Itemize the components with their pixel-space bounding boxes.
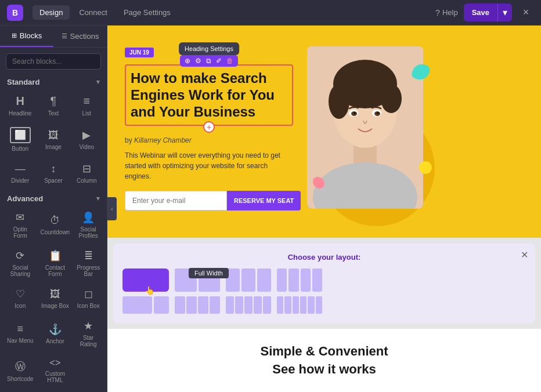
- standard-chevron-icon: ▾: [96, 78, 100, 86]
- topbar-nav-item[interactable]: Page Settings: [117, 5, 178, 20]
- social-sharing-icon: ⟳: [16, 249, 24, 262]
- search-input[interactable]: [6, 53, 101, 70]
- block-social-profiles[interactable]: 👤 Social Profiles: [74, 206, 102, 242]
- layout-six-col[interactable]: [277, 296, 322, 314]
- block-custom-html[interactable]: <> Custom HTML: [38, 353, 73, 387]
- hero-title[interactable]: How to make Search Engines Work for You …: [125, 64, 293, 126]
- help-icon: ?: [435, 8, 440, 17]
- hero-author: by Killarney Chamber: [125, 136, 293, 144]
- email-input[interactable]: [125, 191, 227, 210]
- block-headline[interactable]: H Headline: [5, 90, 35, 120]
- block-column[interactable]: ⊟ Column: [71, 158, 102, 187]
- block-contact-form[interactable]: 📋 Contact Form: [38, 245, 73, 281]
- block-divider[interactable]: — Divider: [5, 158, 35, 187]
- hero-content: JUN 19 Heading Settings ⊕ ⚙ ⧉ ✐ 🗑: [125, 46, 293, 210]
- canvas: JUN 19 Heading Settings ⊕ ⚙ ⧉ ✐ 🗑: [107, 26, 541, 392]
- social-profiles-icon: 👤: [82, 211, 95, 224]
- block-image-box[interactable]: 🖼 Image Box: [38, 283, 73, 313]
- svg-point-12: [377, 112, 379, 114]
- topbar-nav-item[interactable]: Design: [33, 5, 70, 20]
- save-button[interactable]: Save: [464, 5, 497, 20]
- sidebar-tabs: ⊞ Blocks ☰ Sections: [0, 26, 107, 48]
- hero-section: JUN 19 Heading Settings ⊕ ⚙ ⧉ ✐ 🗑: [107, 26, 541, 238]
- progress-bar-icon: ≣: [84, 249, 93, 262]
- block-star-rating[interactable]: ★ Star Rating: [74, 315, 102, 351]
- advanced-group-header[interactable]: Advanced ▾: [5, 192, 102, 206]
- settings-icon[interactable]: ⚙: [195, 57, 201, 65]
- heading-settings-label: Heading Settings: [185, 45, 233, 52]
- button-icon: ⬜: [10, 127, 31, 143]
- layout-three-col[interactable]: [226, 268, 271, 292]
- layout-header: Choose your layout:: [122, 253, 526, 262]
- full-width-label: Full Width: [189, 268, 229, 278]
- image-icon: 🖼: [48, 129, 59, 141]
- layout-five-col[interactable]: [226, 296, 271, 314]
- topbar-right: ? Help Save ▾ ×: [435, 3, 534, 21]
- hero-description: This Webinar will cover everything you n…: [125, 150, 293, 182]
- nav-menu-icon: ≡: [17, 323, 24, 335]
- layout-full-width[interactable]: 👆: [122, 268, 169, 292]
- block-nav-menu[interactable]: ≡ Nav Menu: [5, 315, 36, 351]
- block-image[interactable]: 🖼 Image: [38, 122, 68, 155]
- main-layout: ⊞ Blocks ☰ Sections Standard ▾ H Headlin…: [0, 26, 541, 392]
- bottom-title: Simple & Convenient See how it works: [121, 343, 527, 379]
- save-button-group: Save ▾: [464, 3, 512, 21]
- layout-four-col[interactable]: [277, 268, 322, 292]
- block-countdown[interactable]: ⏱ Countdown: [38, 206, 73, 242]
- delete-icon[interactable]: 🗑: [226, 57, 233, 65]
- hero-person-image: [307, 46, 423, 209]
- block-progress-bar[interactable]: ≣ Progress Bar: [74, 245, 102, 281]
- block-social-sharing[interactable]: ⟳ Social Sharing: [5, 245, 36, 281]
- heading-icons-row: ⊕ ⚙ ⧉ ✐ 🗑: [180, 55, 238, 67]
- list-icon: ≡: [83, 95, 90, 108]
- logo: B: [7, 5, 23, 21]
- tab-blocks[interactable]: ⊞ Blocks: [0, 26, 53, 47]
- optin-form-icon: ✉: [16, 211, 24, 224]
- block-video[interactable]: ▶ Video: [71, 122, 102, 155]
- advanced-block-grid: ✉ Optin Form ⏱ Countdown 👤 Social Profil…: [5, 206, 102, 387]
- block-shortcode[interactable]: Ⓦ Shortcode: [5, 353, 36, 387]
- target-plus-icon: +: [207, 123, 211, 131]
- block-list[interactable]: ≡ List: [71, 90, 102, 120]
- move-icon[interactable]: ✐: [216, 57, 222, 65]
- duplicate-icon[interactable]: ⧉: [206, 57, 211, 65]
- topbar-nav: DesignConnectPage Settings: [33, 5, 178, 20]
- blocks-tab-icon: ⊞: [12, 32, 17, 39]
- column-icon: ⊟: [82, 162, 91, 175]
- tab-sections[interactable]: ☰ Sections: [53, 26, 107, 47]
- block-anchor[interactable]: ⚓ Anchor: [38, 315, 73, 351]
- yellow-blob: [419, 161, 432, 174]
- block-icon[interactable]: ♡ Icon: [5, 283, 36, 313]
- heading-toolbar: Heading Settings: [179, 42, 239, 55]
- custom-html-icon: <>: [50, 358, 61, 368]
- block-spacer[interactable]: ↕ Spacer: [38, 158, 68, 187]
- image-box-icon: 🖼: [50, 288, 60, 300]
- plus-icon[interactable]: ⊕: [185, 57, 190, 65]
- standard-group-header[interactable]: Standard ▾: [5, 75, 102, 90]
- standard-block-grid: H Headline ¶ Text ≡ List ⬜ Button 🖼 I: [5, 90, 102, 187]
- help-button[interactable]: ? Help: [435, 8, 458, 17]
- reserve-button[interactable]: RESERVE MY SEAT: [227, 191, 301, 210]
- svg-point-11: [354, 112, 356, 114]
- divider-icon: —: [15, 163, 26, 175]
- save-dropdown-button[interactable]: ▾: [497, 3, 512, 21]
- layout-two-col-wide[interactable]: [122, 296, 169, 314]
- icon-box-icon: ◻: [84, 288, 93, 300]
- svg-point-6: [381, 84, 402, 113]
- block-icon-box[interactable]: ◻ Icon Box: [74, 283, 102, 313]
- sidebar-search-container: [0, 48, 107, 75]
- text-icon: ¶: [51, 95, 57, 108]
- layout-three-col-uneven[interactable]: [175, 296, 220, 314]
- block-button[interactable]: ⬜ Button: [5, 122, 35, 155]
- topbar-nav-item[interactable]: Connect: [72, 5, 114, 20]
- close-button[interactable]: ×: [518, 5, 534, 21]
- anchor-icon: ⚓: [49, 323, 62, 336]
- block-optin-form[interactable]: ✉ Optin Form: [5, 206, 36, 242]
- star-rating-icon: ★: [84, 320, 93, 332]
- icon-icon: ♡: [16, 288, 25, 300]
- standard-group: Standard ▾ H Headline ¶ Text ≡ List ⬜: [0, 75, 107, 192]
- sidebar-collapse-button[interactable]: ‹: [107, 197, 117, 220]
- layout-close-button[interactable]: ✕: [521, 249, 528, 260]
- layout-chooser-section: ✕ Choose your layout: Full Width 👆: [113, 244, 535, 323]
- block-text[interactable]: ¶ Text: [38, 90, 68, 120]
